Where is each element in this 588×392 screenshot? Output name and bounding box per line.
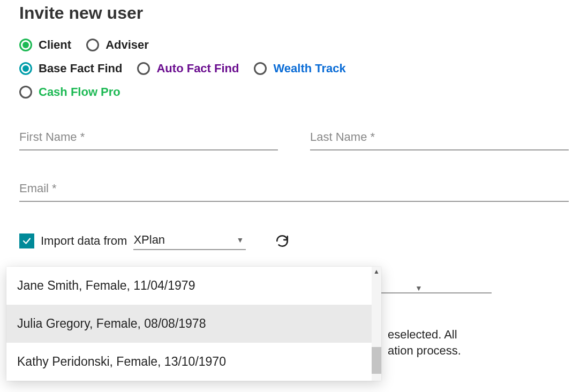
client-option[interactable]: Kathy Peridonski, Female, 13/10/1970 (6, 343, 381, 381)
import-source-value: XPlan (133, 233, 165, 247)
role-radio-group: Client Adviser (19, 38, 569, 52)
client-record-dropdown: Jane Smith, Female, 11/04/1979 Julia Gre… (6, 267, 381, 381)
import-checkbox[interactable] (19, 233, 34, 248)
import-label-prefix: Import data from (41, 234, 127, 248)
client-option[interactable]: Jane Smith, Female, 11/04/1979 (6, 267, 381, 305)
refresh-icon (275, 234, 289, 248)
last-name-field-wrapper: Last Name * (310, 129, 569, 150)
radio-wealth-label: Wealth Track (273, 62, 345, 76)
radio-adviser-label: Adviser (105, 38, 149, 52)
radio-cash-label: Cash Flow Pro (39, 85, 120, 99)
scrollbar-track[interactable]: ▲ (372, 267, 381, 381)
first-name-input[interactable] (19, 129, 278, 150)
last-name-input[interactable] (310, 129, 569, 150)
radio-base-fact-find[interactable]: Base Fact Find (19, 62, 122, 76)
first-name-field-wrapper: First Name * (19, 129, 278, 150)
chevron-down-icon: ▼ (237, 236, 244, 244)
radio-auto-label: Auto Fact Find (156, 62, 239, 76)
radio-icon (19, 86, 32, 99)
import-row: Import data from XPlan ▼ (19, 232, 569, 250)
radio-icon (19, 39, 32, 51)
scrollbar-thumb[interactable] (372, 347, 381, 374)
radio-adviser[interactable]: Adviser (86, 38, 149, 52)
radio-icon (137, 62, 150, 75)
radio-client-label: Client (39, 38, 71, 52)
import-source-select[interactable]: XPlan ▼ (133, 232, 246, 250)
radio-wealth-track[interactable]: Wealth Track (254, 62, 345, 76)
check-icon (22, 236, 32, 246)
radio-icon (86, 39, 99, 51)
radio-base-label: Base Fact Find (39, 62, 122, 76)
scroll-up-icon[interactable]: ▲ (372, 267, 381, 276)
client-option[interactable]: Julia Gregory, Female, 08/08/1978 (6, 305, 381, 343)
page-title: Invite new user (19, 3, 569, 23)
radio-icon (19, 62, 32, 75)
radio-cash-flow-pro[interactable]: Cash Flow Pro (19, 85, 120, 99)
radio-client[interactable]: Client (19, 38, 71, 52)
email-input[interactable] (19, 180, 569, 202)
product-radio-group: Base Fact Find Auto Fact Find Wealth Tra… (19, 62, 383, 99)
refresh-button[interactable] (274, 232, 291, 250)
radio-auto-fact-find[interactable]: Auto Fact Find (137, 62, 239, 76)
chevron-down-icon[interactable]: ▼ (415, 284, 423, 292)
background-help-text: eselected. All ation process. (388, 327, 461, 358)
email-field-wrapper: Email * (19, 180, 569, 202)
radio-icon (254, 62, 267, 75)
